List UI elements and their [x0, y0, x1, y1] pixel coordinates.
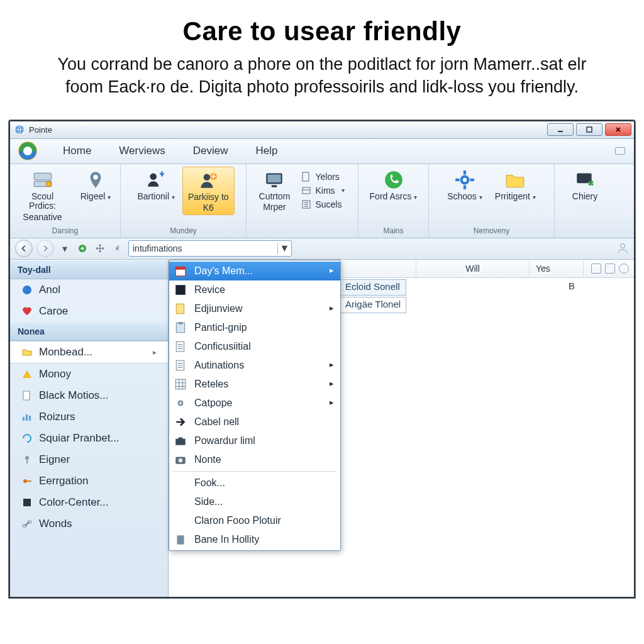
sheet-icon: [301, 172, 311, 182]
globe-icon: [21, 284, 33, 296]
svg-rect-5: [34, 173, 52, 180]
close-button[interactable]: [605, 123, 631, 136]
forward-button[interactable]: [36, 240, 54, 257]
column-yes-label: Yes: [536, 264, 550, 274]
schoos-button[interactable]: Schoos: [442, 167, 487, 203]
kims-button[interactable]: Kims: [297, 184, 348, 197]
pin-tool-icon[interactable]: [111, 242, 125, 255]
dropdown-item[interactable]: Catpope: [169, 394, 340, 413]
svg-rect-2: [587, 127, 592, 132]
rigeel-label: Rigeel: [80, 192, 111, 201]
svg-rect-21: [464, 185, 466, 189]
dropdown-item[interactable]: Autinations: [169, 356, 340, 375]
dropdown-item[interactable]: Panticl-gnip: [169, 318, 340, 337]
add-icon[interactable]: [75, 242, 89, 255]
dropdown-item[interactable]: Side...: [169, 492, 340, 511]
chiery-button[interactable]: Chiery: [563, 167, 607, 203]
dropdown-item-label: Conficusiitial: [194, 341, 251, 352]
app-logo-icon[interactable]: [15, 138, 48, 164]
col-sort-icon[interactable]: [605, 264, 615, 274]
group-darsing-label: Darsing: [52, 226, 78, 238]
group-mains-label: Mains: [383, 226, 403, 238]
menu-deview[interactable]: Deview: [180, 141, 241, 161]
custom-button[interactable]: Cutrtom Mrper: [252, 167, 296, 214]
bartioni-button[interactable]: Bartionil: [132, 167, 180, 215]
parkiisy-button[interactable]: Parkiisy to K6: [182, 167, 235, 215]
phone-icon: [383, 169, 404, 191]
page-small-icon: [21, 390, 33, 401]
rigeel-button[interactable]: Rigeel: [74, 167, 118, 223]
sidebar-item-eigner[interactable]: Eigner: [10, 449, 168, 470]
address-input[interactable]: [129, 243, 277, 253]
sidebar-item-wonds[interactable]: Wonds: [10, 513, 168, 535]
col-close-icon[interactable]: [619, 264, 629, 274]
col-config-icon[interactable]: [591, 264, 601, 274]
dropdown-item[interactable]: Nonte: [169, 450, 340, 469]
back-button[interactable]: [15, 240, 33, 257]
dropdown-item[interactable]: Revice: [169, 280, 340, 299]
menu-help[interactable]: Help: [243, 141, 290, 161]
list-item[interactable]: Arigäe Tlonel: [340, 297, 406, 313]
history-dropdown-icon[interactable]: ▾: [58, 242, 72, 255]
device-icon: [174, 533, 187, 546]
dropdown-item-label: Bane In Hollity: [194, 534, 259, 545]
monitor-x-icon: [574, 169, 596, 191]
dropdown-item[interactable]: Powardur liml: [169, 431, 340, 450]
svg-point-24: [463, 178, 467, 182]
app-window: Pointe Home Werviews Deview Help: [9, 120, 635, 598]
svg-rect-36: [26, 480, 31, 482]
svg-rect-45: [179, 322, 183, 324]
sidebar-item-monbead[interactable]: Monbead... ▸: [10, 341, 168, 364]
column-yes[interactable]: Yes: [530, 260, 584, 277]
address-combo[interactable]: ▼: [128, 240, 292, 257]
person-icon[interactable]: [616, 242, 629, 255]
svg-rect-29: [23, 391, 30, 400]
dropdown-item-label: Fook...: [194, 477, 225, 489]
maximize-button[interactable]: [576, 123, 602, 136]
sidebar-item-label: Monoy: [39, 368, 71, 380]
minimize-button[interactable]: [547, 123, 574, 136]
address-dropdown-icon[interactable]: ▼: [277, 243, 291, 254]
svg-rect-42: [175, 285, 186, 295]
sidebar-item-monoy[interactable]: Monoy: [10, 364, 168, 385]
yelors-button[interactable]: Yelors: [297, 170, 348, 183]
dropdown-item[interactable]: Edjiunview: [169, 299, 340, 318]
ford-button[interactable]: Ford Asrcs: [365, 167, 423, 203]
svg-point-28: [23, 286, 31, 294]
dropdown-item[interactable]: Claron Fooo Plotuir: [169, 511, 340, 530]
dropdown-item[interactable]: Conficusiitial: [169, 337, 340, 356]
dropdown-item-label: Catpope: [194, 397, 233, 409]
sidebar-item-caroe[interactable]: Caroe: [10, 301, 168, 322]
svg-rect-1: [558, 131, 563, 132]
column-will[interactable]: Will: [416, 260, 530, 277]
sucels-button[interactable]: Sucels: [297, 198, 348, 211]
gear-icon: [174, 397, 187, 409]
folder-icon: [504, 169, 526, 191]
dropdown-item-label: Side...: [194, 496, 223, 508]
dropdown-item-label: Reteles: [194, 379, 228, 390]
svg-rect-15: [303, 172, 309, 181]
sidebar-item-label: Anol: [39, 284, 60, 296]
sidebar-item-squiar[interactable]: Squiar Pranbet...: [10, 428, 168, 449]
svg-rect-44: [176, 323, 184, 333]
scoul-button[interactable]: Scoul Prdics: Seanative: [13, 167, 72, 223]
sidebar-item-black-motios[interactable]: Black Motios...: [10, 385, 168, 406]
prritigent-button[interactable]: Prritigent: [490, 167, 541, 203]
menu-werviews[interactable]: Werviews: [106, 141, 177, 161]
list-item[interactable]: Ecloid Sonell: [340, 279, 406, 296]
blank-icon: [174, 496, 187, 508]
sidebar-item-anol[interactable]: Anol: [10, 279, 168, 301]
sidebar-item-label: Black Motios...: [39, 389, 109, 402]
dropdown-item[interactable]: Fook...: [169, 474, 340, 492]
dropdown-item[interactable]: Reteles: [169, 375, 340, 394]
sidebar-item-eerrgation[interactable]: Eerrgation: [10, 470, 168, 492]
sidebar-item-roizurs[interactable]: Roizurs: [10, 406, 168, 428]
move-icon[interactable]: [93, 242, 107, 255]
svg-rect-16: [303, 187, 310, 194]
dropdown-item[interactable]: Day's Mem...: [169, 262, 340, 280]
menu-home[interactable]: Home: [50, 141, 104, 161]
sidebar-item-color-center[interactable]: Color-Center...: [10, 492, 168, 513]
dropdown-item[interactable]: Bane In Hollity: [169, 530, 340, 549]
dropdown-item[interactable]: Cabel nell: [169, 413, 340, 431]
collapse-ribbon-icon[interactable]: [615, 147, 625, 155]
